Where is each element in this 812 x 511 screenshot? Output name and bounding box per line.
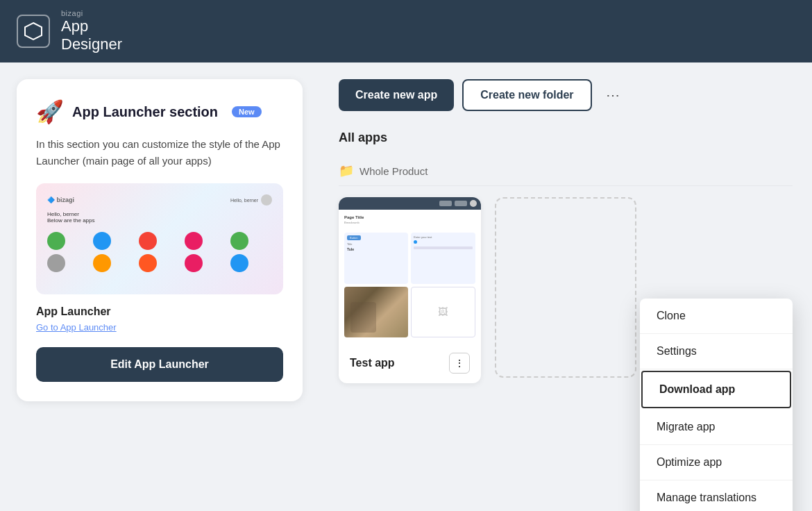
preview-brand: 🔷 bizagi (47, 196, 74, 203)
preview-apps-grid (47, 232, 272, 272)
section-title: All apps (339, 131, 793, 145)
preview-app-1 (47, 232, 65, 250)
mini-header (339, 197, 481, 210)
mini-input-bar (414, 246, 472, 249)
sidebar: 🚀 App Launcher section New In this secti… (0, 62, 319, 511)
app-card-empty-1 (495, 197, 637, 378)
new-badge: New (232, 106, 262, 117)
mini-page-title: Page Title (344, 215, 475, 219)
app-header: bizagi AppDesigner (0, 0, 812, 62)
mini-breadcrumb: Breadcrumb (344, 221, 475, 224)
create-app-button[interactable]: Create new app (339, 79, 454, 111)
card-description: In this section you can customize the st… (36, 136, 283, 169)
edit-launcher-button[interactable]: Edit App Launcher (36, 347, 283, 382)
preview-app-2 (93, 232, 111, 250)
create-folder-button[interactable]: Create new folder (462, 79, 591, 111)
preview-app-4 (185, 232, 203, 250)
product-name: AppDesigner (61, 17, 122, 54)
launcher-label: App Launcher (36, 305, 283, 318)
mini-form-1: Button Title Tule (344, 233, 408, 284)
rocket-icon: 🚀 (36, 99, 64, 125)
app-card-test[interactable]: Page Title Breadcrumb Button Title Tule (339, 197, 481, 383)
mini-dot-indicator (414, 240, 472, 244)
menu-clone[interactable]: Clone (640, 299, 793, 334)
launcher-preview: 🔷 bizagi Hello, berner Hello, bernerBelo… (36, 183, 283, 294)
preview-app-8 (139, 254, 157, 272)
preview-app-10 (230, 254, 248, 272)
svg-marker-0 (25, 23, 42, 40)
preview-avatar (261, 194, 272, 206)
preview-app-9 (185, 254, 203, 272)
goto-launcher-link[interactable]: Go to App Launcher (36, 322, 117, 333)
more-options-button[interactable]: ⋯ (600, 81, 625, 109)
preview-app-3 (139, 232, 157, 250)
context-menu: Clone Settings Download app Migrate app … (640, 299, 793, 511)
main-content: Create new app Create new folder ⋯ All a… (319, 62, 812, 511)
mini-ui: Page Title Breadcrumb Button Title Tule (339, 197, 481, 343)
mini-form-value: Tule (347, 247, 405, 251)
menu-migrate[interactable]: Migrate app (640, 410, 793, 445)
launcher-card: 🚀 App Launcher section New In this secti… (17, 79, 303, 401)
folder-row[interactable]: 📁 Whole Product (339, 156, 793, 186)
toolbar: Create new app Create new folder ⋯ (339, 79, 793, 111)
mini-btn-1: Button (347, 235, 361, 240)
logo-icon (17, 15, 50, 48)
mini-form-2: Enter your text (411, 233, 475, 284)
mini-page-title-area: Page Title Breadcrumb (339, 210, 481, 227)
app-card-footer: Test app ⋮ (339, 343, 481, 383)
card-header: 🚀 App Launcher section New (36, 99, 283, 125)
mini-nav-2 (455, 201, 467, 206)
folder-icon: 📁 (339, 163, 354, 178)
brand-name: bizagi (61, 9, 122, 17)
preview-app-5 (230, 232, 248, 250)
main-layout: 🚀 App Launcher section New In this secti… (0, 62, 812, 511)
mini-photo (344, 287, 408, 338)
image-placeholder-icon: 🖼 (438, 306, 448, 317)
mini-body: Button Title Tule Enter your text (339, 227, 481, 343)
preview-app-7 (93, 254, 111, 272)
mini-avatar (470, 200, 477, 207)
preview-app-6 (47, 254, 65, 272)
mini-dot (414, 240, 417, 244)
mini-image-placeholder: 🖼 (411, 287, 475, 338)
app-menu-button[interactable]: ⋮ (449, 353, 470, 374)
preview-header: 🔷 bizagi Hello, berner (47, 194, 272, 206)
menu-optimize[interactable]: Optimize app (640, 445, 793, 480)
menu-settings[interactable]: Settings (640, 334, 793, 369)
app-preview-test: Page Title Breadcrumb Button Title Tule (339, 197, 481, 343)
menu-translations[interactable]: Manage translations (640, 480, 793, 511)
preview-greeting: Hello, bernerBelow are the apps (47, 211, 272, 224)
preview-username: Hello, berner (230, 198, 258, 203)
menu-download[interactable]: Download app (641, 371, 791, 408)
card-title: App Launcher section (72, 104, 218, 120)
folder-name: Whole Product (360, 165, 428, 177)
app-name: Test app (350, 357, 395, 369)
mini-photo-inner (344, 287, 408, 338)
mini-input-label: Enter your text (414, 235, 472, 239)
mini-buttons: Button (347, 235, 405, 240)
mini-form-label: Title (347, 242, 405, 246)
mini-nav-1 (439, 201, 452, 206)
app-title: bizagi AppDesigner (61, 9, 122, 54)
